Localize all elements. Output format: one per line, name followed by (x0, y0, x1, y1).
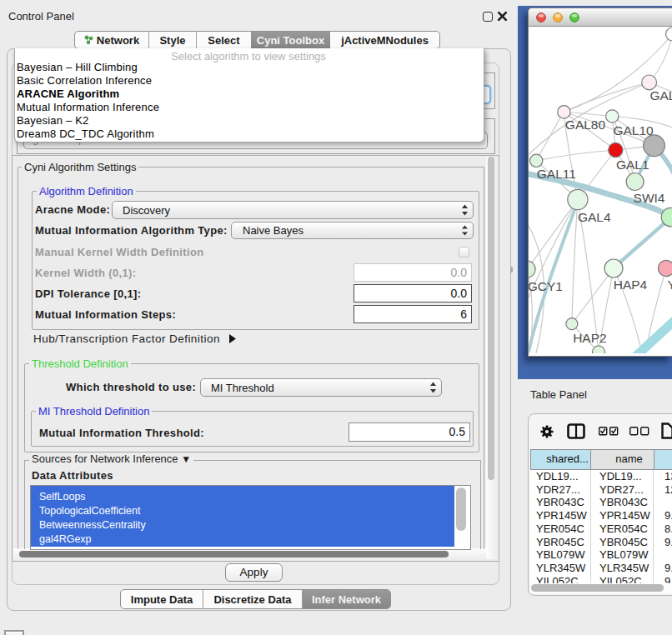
svg-text:GAL11: GAL11 (537, 167, 576, 181)
svg-text:GAL80: GAL80 (565, 118, 606, 132)
svg-text:HAP4: HAP4 (614, 278, 648, 292)
svg-text:GAL10: GAL10 (613, 123, 654, 138)
svg-text:GAL4: GAL4 (578, 210, 611, 224)
svg-text:GAL1: GAL1 (616, 158, 649, 172)
svg-text:GAL7: GAL7 (649, 88, 672, 102)
svg-text:YI: YI (668, 278, 672, 292)
svg-text:GCY1: GCY1 (529, 279, 563, 293)
svg-text:HAP2: HAP2 (573, 331, 607, 345)
svg-text:SWI4: SWI4 (634, 191, 665, 205)
